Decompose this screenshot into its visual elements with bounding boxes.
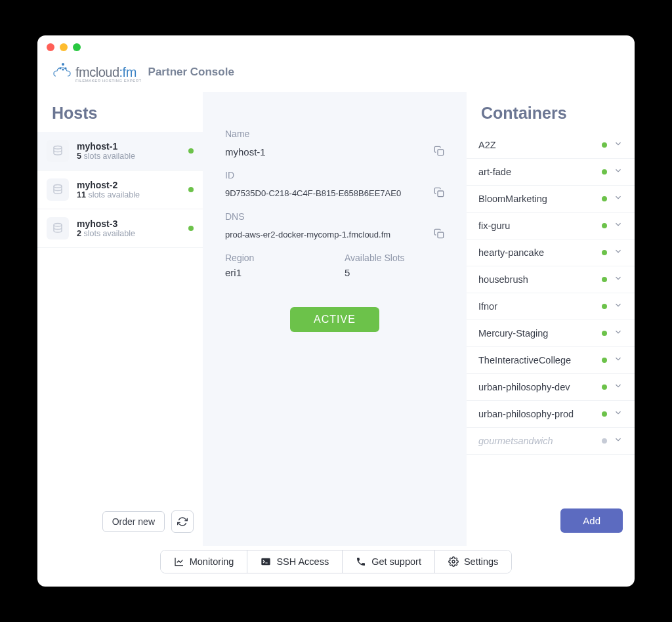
svg-point-3 <box>62 68 64 70</box>
svg-point-6 <box>54 224 62 227</box>
container-item[interactable]: Ifnor <box>467 293 635 320</box>
app-window: fmcloud:fm FILEMAKER HOSTING EXPERT Part… <box>37 35 635 587</box>
container-name: BloomMarketing <box>478 194 595 204</box>
bottom-bar: Monitoring SSH Access Get support Settin… <box>37 546 635 587</box>
container-name: urban-philosophy-dev <box>478 382 595 392</box>
ssh-access-button[interactable]: SSH Access <box>247 550 343 573</box>
host-slots: 11 slots available <box>77 190 180 199</box>
chevron-down-icon <box>614 274 623 285</box>
svg-point-12 <box>452 560 455 563</box>
copy-icon <box>434 146 444 156</box>
svg-point-4 <box>54 146 62 150</box>
cloud-icon <box>52 62 72 83</box>
status-dot-icon <box>188 226 194 231</box>
status-dot-icon <box>602 358 607 363</box>
window-minimize-icon[interactable] <box>60 43 68 51</box>
app-header: fmcloud:fm FILEMAKER HOSTING EXPERT Part… <box>37 59 635 92</box>
host-item[interactable]: myhost-1 5 slots available <box>37 132 203 171</box>
refresh-button[interactable] <box>171 510 194 533</box>
detail-dns-label: DNS <box>225 211 444 222</box>
get-support-button[interactable]: Get support <box>343 550 435 573</box>
container-name: gourmetsandwich <box>478 436 595 446</box>
svg-rect-7 <box>438 150 444 156</box>
container-name: housebrush <box>478 274 595 285</box>
status-dot-icon <box>602 277 607 282</box>
bottom-segmented: Monitoring SSH Access Get support Settin… <box>160 550 513 573</box>
status-dot-icon <box>602 169 607 175</box>
chevron-down-icon <box>614 435 623 447</box>
chevron-down-icon <box>614 247 623 259</box>
container-name: hearty-pancake <box>478 247 595 258</box>
monitoring-button[interactable]: Monitoring <box>161 550 248 573</box>
page-title: Partner Console <box>148 66 234 79</box>
container-item[interactable]: Mercury-Staging <box>467 320 635 347</box>
monitoring-label: Monitoring <box>190 556 234 567</box>
phone-icon <box>356 556 366 567</box>
container-item[interactable]: fix-guru <box>467 213 635 239</box>
chart-icon <box>174 556 184 567</box>
support-label: Get support <box>371 556 421 567</box>
detail-id-label: ID <box>225 170 444 180</box>
host-item[interactable]: myhost-3 2 slots available <box>37 209 203 248</box>
terminal-icon <box>261 556 271 567</box>
logo-tagline: FILEMAKER HOSTING EXPERT <box>75 79 142 83</box>
container-item[interactable]: TheInteractiveCollege <box>467 347 635 374</box>
server-icon <box>47 140 69 162</box>
window-zoom-icon[interactable] <box>73 43 81 51</box>
detail-id-value: 9D7535D0-C218-4C4F-B815-E658B6EE7AE0 <box>225 188 401 198</box>
chevron-down-icon <box>614 220 623 232</box>
host-slots: 5 slots available <box>77 152 180 161</box>
detail-name-label: Name <box>225 129 444 139</box>
chevron-down-icon <box>614 139 623 151</box>
svg-rect-8 <box>438 191 444 197</box>
copy-dns-button[interactable] <box>434 228 444 241</box>
copy-icon <box>434 228 444 239</box>
settings-button[interactable]: Settings <box>435 550 511 573</box>
status-dot-icon <box>602 196 607 201</box>
copy-name-button[interactable] <box>434 146 444 158</box>
container-item[interactable]: hearty-pancake <box>467 239 635 266</box>
settings-label: Settings <box>464 556 498 567</box>
svg-point-5 <box>54 185 62 188</box>
copy-id-button[interactable] <box>434 187 444 199</box>
add-container-button[interactable]: Add <box>560 508 623 533</box>
chevron-down-icon <box>614 381 623 393</box>
status-dot-icon <box>602 250 607 255</box>
chevron-down-icon <box>614 354 623 366</box>
containers-panel: Containers A2Z art-fade BloomMarketing f… <box>467 92 635 546</box>
gear-icon <box>448 556 459 567</box>
container-item[interactable]: gourmetsandwich <box>467 428 635 455</box>
server-icon <box>47 217 69 239</box>
container-name: TheInteractiveCollege <box>478 355 595 365</box>
status-dot-icon <box>602 384 607 390</box>
container-name: fix-guru <box>478 220 595 231</box>
container-item[interactable]: urban-philosophy-prod <box>467 401 635 428</box>
host-name: myhost-1 <box>77 141 180 152</box>
status-dot-icon <box>602 438 607 444</box>
host-item[interactable]: myhost-2 11 slots available <box>37 171 203 209</box>
logo-text-2: fm <box>123 65 136 79</box>
status-dot-icon <box>188 148 194 154</box>
status-dot-icon <box>602 142 607 148</box>
window-titlebar <box>37 35 635 59</box>
container-item[interactable]: art-fade <box>467 159 635 186</box>
container-item[interactable]: A2Z <box>467 132 635 159</box>
detail-slots-label: Available Slots <box>345 253 444 263</box>
order-new-button[interactable]: Order new <box>102 511 165 532</box>
svg-point-0 <box>62 63 64 66</box>
container-name: A2Z <box>478 140 595 150</box>
chevron-down-icon <box>614 327 623 339</box>
container-item[interactable]: housebrush <box>467 266 635 293</box>
detail-region-value: eri1 <box>225 267 242 278</box>
status-badge: ACTIVE <box>290 307 379 332</box>
detail-slots-value: 5 <box>345 267 350 278</box>
container-item[interactable]: BloomMarketing <box>467 186 635 213</box>
container-name: Ifnor <box>478 301 595 312</box>
status-dot-icon <box>602 331 607 336</box>
container-item[interactable]: urban-philosophy-dev <box>467 374 635 401</box>
window-close-icon[interactable] <box>47 43 54 51</box>
host-name: myhost-3 <box>77 218 180 229</box>
ssh-label: SSH Access <box>276 556 329 567</box>
containers-list: A2Z art-fade BloomMarketing fix-guru hea… <box>467 132 635 501</box>
hosts-title: Hosts <box>37 92 203 132</box>
